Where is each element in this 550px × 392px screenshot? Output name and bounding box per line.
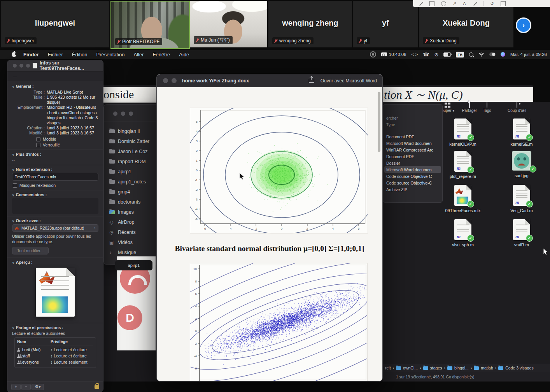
phone-icon[interactable]: ☎ <box>423 52 429 57</box>
checkbox-modele[interactable]: Modèle <box>36 137 98 141</box>
participant-tile-liupengwei[interactable]: liupengwei liupengwei <box>1 1 109 47</box>
filter-item[interactable]: Archive ZIP <box>383 186 442 193</box>
participant-tile-yf[interactable]: yf yf <box>353 1 418 47</box>
square-icon[interactable] <box>429 1 434 6</box>
get-info-titlebar[interactable]: Infos sur Test09ThreeFaces... <box>7 60 103 71</box>
sidebar-item-jason[interactable]: Jason Le Coz <box>109 149 147 154</box>
window-traffic-lights[interactable] <box>13 64 30 68</box>
file-vraiR[interactable]: m✓ vraiR.m <box>501 219 542 247</box>
filter-item[interactable]: Document PDF <box>383 133 442 140</box>
filter-item-selected[interactable]: Microsoft Word documen <box>384 166 441 173</box>
path-segment[interactable]: Code 3 visages <box>505 366 533 370</box>
path-segment[interactable]: bingqi... <box>454 366 469 370</box>
file-visu-sph[interactable]: m✓ visu_sph.m <box>443 219 483 247</box>
battery-icon[interactable] <box>443 52 451 57</box>
sidebar-item-recents[interactable]: ◷Récents <box>109 230 136 235</box>
input-source-switcher[interactable]: FR <box>456 52 464 57</box>
finder-quicklook-button[interactable]: Coup d'œil <box>504 103 530 113</box>
window-traffic-lights[interactable] <box>113 112 133 116</box>
actions-gear-button[interactable]: ⚙▾ <box>32 384 44 390</box>
code-brackets-icon[interactable]: < > <box>412 52 418 57</box>
scrollbar-thumb[interactable] <box>378 92 380 152</box>
path-segment[interactable]: stages <box>430 366 442 370</box>
screen-recording-icon[interactable] <box>381 52 387 56</box>
undo-icon[interactable]: ↺ <box>490 2 494 6</box>
change-all-button[interactable]: Tout modifier... <box>12 247 49 254</box>
menu-presentation[interactable]: Présentation <box>96 52 125 57</box>
filter-item[interactable]: Microsoft Word documen <box>383 140 442 146</box>
permission-row[interactable]: breit (Moi) ↕ Lecture et écriture <box>17 347 93 353</box>
menu-fenetre[interactable]: Fenêtre <box>153 52 170 57</box>
open-with-dropdown[interactable]: MATLAB_R2023a.app (par défaut) ↕ <box>12 224 98 232</box>
filename-input[interactable]: Test09ThreeFaces.mlx <box>12 173 98 181</box>
eraser-icon[interactable] <box>501 1 506 6</box>
sidebar-item-musique[interactable]: ♪Musique <box>109 250 136 255</box>
menu-finder[interactable]: Finder <box>23 52 39 57</box>
menu-edition[interactable]: Édition <box>72 52 88 57</box>
filter-item[interactable]: WinRAR Compressed Arc <box>383 146 442 153</box>
filter-item[interactable]: Document PDF <box>383 153 442 160</box>
record-indicator-icon[interactable] <box>370 51 376 57</box>
text-tool-icon[interactable]: A <box>463 2 466 6</box>
participant-tile-piotr-video[interactable]: Piotr BREITKOPF <box>110 1 190 49</box>
sidebar-item-apirp1[interactable]: apirp1 <box>109 169 131 174</box>
close-button[interactable] <box>163 78 168 83</box>
sidebar-item-bingqian[interactable]: bingqian li <box>109 129 140 134</box>
open-with-word-button[interactable]: Ouvrir avec Microsoft Word <box>321 78 377 84</box>
sidebar-item-rapport[interactable]: rapport RDM <box>109 159 146 164</box>
sidebar-item-images[interactable]: Images <box>109 209 134 215</box>
remove-permission-button[interactable]: − <box>21 384 31 390</box>
permission-row[interactable]: everyone ↕ Lecture seulement <box>17 359 93 365</box>
permission-row[interactable]: staff ↕ Lecture et écriture <box>17 353 93 359</box>
arrow-icon[interactable]: ↗ <box>453 2 456 6</box>
path-segment[interactable]: matlab <box>481 366 493 370</box>
path-segment[interactable]: reit <box>385 366 391 370</box>
add-permission-button[interactable]: + <box>11 384 21 390</box>
filter-item[interactable]: Code source Objective-C <box>383 179 442 186</box>
apple-menu-icon[interactable] <box>12 52 16 57</box>
finder-tags-button[interactable]: Tags <box>481 103 493 113</box>
wifi-icon[interactable] <box>478 52 484 57</box>
file-plot-repere[interactable]: m✓ plot_repere.m <box>443 151 483 179</box>
participant-tile-wenqing[interactable]: wenqing zheng wenqing zheng <box>268 1 352 47</box>
file-kernelOLVP[interactable]: m✓ kernelOLVP.m <box>443 118 483 146</box>
file-09threefaces[interactable]: ✓ 09ThreeFaces.mlx <box>443 185 483 213</box>
file-preview-thumbnail[interactable] <box>36 268 75 317</box>
do-not-disturb-icon[interactable]: ⊘ <box>434 52 438 57</box>
sidebar-item-gmp4[interactable]: gmp4 <box>109 189 130 195</box>
menu-aller[interactable]: Aller <box>134 52 144 57</box>
spotlight-search-icon[interactable] <box>469 52 473 57</box>
checkbox-verrouille[interactable]: Verrouillé <box>36 143 98 147</box>
annotation-toolbar[interactable]: ↗ A ↺ <box>413 0 550 7</box>
zoom-button[interactable] <box>172 78 177 83</box>
file-vec-cart[interactable]: m✓ Vec_Cart.m <box>501 185 542 213</box>
menu-aide[interactable]: Aide <box>179 52 189 57</box>
avatar-d[interactable]: D <box>117 305 142 330</box>
filter-item[interactable]: Dossier <box>383 160 442 166</box>
circle-icon[interactable] <box>441 1 446 6</box>
file-kernelSE[interactable]: m✓ kernelSE.m <box>501 118 542 146</box>
participant-tile-xuekai[interactable]: Xuekai Dong Xuekai Dong <box>419 1 513 47</box>
finder-share-button[interactable]: Partager <box>459 103 480 113</box>
pen-icon[interactable] <box>473 2 477 6</box>
sidebar-item-airdrop[interactable]: ◎AirDrop <box>109 220 134 225</box>
filter-item[interactable]: Code source Objective-C <box>383 173 442 179</box>
share-icon[interactable] <box>309 79 314 83</box>
file-sad-jpg[interactable]: ✓ sad.jpg <box>501 151 542 178</box>
sidebar-item-apirp1-notes[interactable]: apirp1_notes <box>109 179 146 185</box>
sidebar-item-dominic[interactable]: Dominic Zatter <box>109 139 149 144</box>
pencil-icon[interactable] <box>419 2 423 6</box>
participant-tile-majun-video[interactable]: Ma Jun (马军) <box>190 1 267 47</box>
sidebar-item-videos[interactable]: ▣Vidéos <box>109 240 133 245</box>
menu-fichier[interactable]: Fichier <box>48 52 63 57</box>
next-participants-button[interactable]: › <box>516 17 531 33</box>
path-segment[interactable]: ownCl... <box>403 366 418 370</box>
menu-bar-clock[interactable]: Mar. 4 juil. à 09:26 <box>510 52 547 57</box>
lock-icon[interactable] <box>95 385 99 389</box>
sidebar-item-doctorants[interactable]: doctorants <box>109 199 140 205</box>
comments-box[interactable] <box>12 198 98 214</box>
checkbox-hide-extension[interactable]: Masquer l'extension <box>13 183 98 188</box>
quicklook-titlebar[interactable]: home work YiFei Zhang.docx Ouvrir avec M… <box>157 74 382 87</box>
siri-icon[interactable] <box>501 52 505 57</box>
control-center-icon[interactable] <box>489 52 496 56</box>
